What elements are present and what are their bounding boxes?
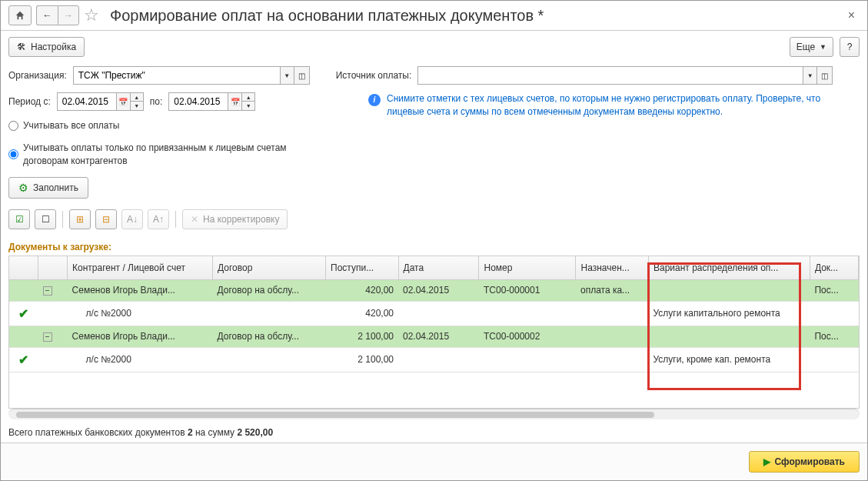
period-to-input[interactable]: 📅 ▲▼ [168, 92, 255, 111]
more-button[interactable]: Еще ▼ [790, 37, 833, 57]
check-all-button[interactable]: ☑ [8, 209, 30, 229]
home-button[interactable] [8, 5, 32, 25]
sort-desc-icon: A↑ [153, 214, 164, 225]
expand-icon: ◫ [298, 72, 305, 80]
favorite-star-icon[interactable]: ☆ [84, 5, 99, 25]
col-tree[interactable] [38, 256, 68, 280]
table-row[interactable]: − Семенов Игорь Влади... Договор на обсл… [9, 326, 859, 347]
uncheck-all-button[interactable]: ☐ [35, 209, 56, 229]
back-button[interactable]: ← [36, 5, 58, 25]
period-to-label: по: [150, 96, 163, 107]
col-contract[interactable]: Договор [213, 256, 326, 280]
expand-tree-button[interactable]: ⊞ [69, 209, 91, 229]
spin-up[interactable]: ▲ [242, 93, 254, 102]
col-purpose[interactable]: Назначен... [576, 256, 648, 280]
org-input[interactable] [73, 66, 281, 85]
summary-text: Всего платежных банковских документов 2 … [1, 423, 867, 443]
section-label: Документы к загрузке: [8, 242, 860, 252]
info-icon: i [368, 94, 381, 106]
info-text: Снимите отметки с тех лицевых счетов, по… [387, 92, 860, 119]
org-dropdown[interactable]: ▼ [281, 66, 294, 85]
org-open-button[interactable]: ◫ [294, 66, 310, 85]
data-table: Контрагент / Лицевой счет Договор Поступ… [8, 256, 860, 409]
x-icon: ✕ [191, 214, 198, 225]
chevron-down-icon: ▼ [820, 43, 826, 51]
tree-collapse-icon: ⊟ [102, 214, 110, 225]
radio-all-payments[interactable]: Учитывать все оплаты [8, 120, 347, 131]
col-doc[interactable]: Док... [810, 256, 858, 280]
chevron-down-icon: ▼ [807, 72, 813, 79]
info-box: i Снимите отметки с тех лицевых счетов, … [368, 92, 860, 119]
help-label: ? [847, 42, 853, 52]
col-amount[interactable]: Поступи... [326, 256, 398, 280]
col-check[interactable] [9, 256, 38, 280]
sort-asc-icon: A↓ [127, 214, 138, 225]
play-icon: ▶ [763, 456, 770, 467]
table-toolbar: ☑ ☐ ⊞ ⊟ A↓ A↑ ✕ На корректировку [8, 209, 860, 229]
page-title: Формирование оплат на основании платежны… [110, 7, 839, 25]
collapse-tree-button[interactable]: ⊟ [95, 209, 117, 229]
source-combo[interactable]: ▼ ◫ [417, 66, 833, 85]
generate-button[interactable]: ▶ Сформировать [749, 451, 860, 473]
gear-icon: ⚙ [18, 182, 28, 194]
table-row[interactable]: ✔ л/с №2000 420,00 Услуги капитального р… [9, 301, 859, 326]
help-button[interactable]: ? [840, 37, 860, 57]
col-counterparty[interactable]: Контрагент / Лицевой счет [68, 256, 213, 280]
toolbar: 🛠 Настройка Еще ▼ ? [1, 31, 867, 63]
expand-icon: ◫ [821, 72, 828, 80]
org-label: Организация: [8, 66, 67, 81]
arrow-left-icon: ← [43, 10, 52, 21]
period-from-label: Период с: [8, 96, 51, 107]
generate-label: Сформировать [775, 456, 845, 467]
col-number[interactable]: Номер [479, 256, 576, 280]
source-dropdown[interactable]: ▼ [803, 66, 817, 85]
tree-collapse-icon[interactable]: − [43, 286, 52, 296]
titlebar: ← → ☆ Формирование оплат на основании пл… [1, 1, 867, 31]
calendar-icon[interactable]: 📅 [228, 92, 242, 111]
fill-label: Заполнить [33, 182, 78, 193]
bottom-bar: ▶ Сформировать [1, 443, 867, 480]
home-icon [15, 10, 25, 21]
uncheck-icon: ☐ [42, 214, 50, 225]
checkbox-checked-icon[interactable]: ✔ [18, 307, 28, 320]
tree-expand-icon: ⊞ [76, 214, 84, 225]
sort-desc-button: A↑ [148, 209, 169, 229]
fill-button[interactable]: ⚙ Заполнить [8, 177, 88, 199]
source-label: Источник оплаты: [336, 66, 412, 81]
checkbox-checked-icon[interactable]: ✔ [18, 353, 28, 366]
table-row[interactable]: ✔ л/с №2000 2 100,00 Услуги, кроме кап. … [9, 347, 859, 372]
arrow-right-icon: → [64, 10, 73, 21]
col-date[interactable]: Дата [398, 256, 479, 280]
period-from-input[interactable]: 📅 ▲▼ [57, 92, 144, 111]
horizontal-scrollbar[interactable] [8, 409, 860, 419]
tree-collapse-icon[interactable]: − [43, 332, 52, 342]
scrollbar-thumb[interactable] [16, 412, 654, 418]
spin-down[interactable]: ▼ [131, 102, 143, 110]
spin-up[interactable]: ▲ [131, 93, 143, 102]
spin-down[interactable]: ▼ [242, 102, 254, 110]
correction-label: На корректировку [203, 214, 279, 225]
source-open-button[interactable]: ◫ [817, 66, 833, 85]
settings-button[interactable]: 🛠 Настройка [8, 37, 85, 57]
table-row[interactable]: − Семенов Игорь Влади... Договор на обсл… [9, 279, 859, 301]
radio-linked-payments[interactable]: Учитывать оплаты только по привязанным к… [8, 142, 316, 168]
sort-asc-button: A↓ [121, 209, 143, 229]
forward-button[interactable]: → [58, 5, 79, 25]
settings-label: Настройка [31, 42, 76, 52]
chevron-down-icon: ▼ [284, 72, 290, 79]
correction-button: ✕ На корректировку [182, 209, 288, 229]
close-button[interactable]: × [843, 8, 860, 22]
col-distribution[interactable]: Вариант распределения оп... [648, 256, 810, 280]
org-combo[interactable]: ▼ ◫ [73, 66, 310, 85]
check-icon: ☑ [15, 214, 24, 225]
source-input[interactable] [417, 66, 803, 85]
calendar-icon[interactable]: 📅 [117, 92, 131, 111]
more-label: Еще [796, 42, 815, 52]
wrench-icon: 🛠 [17, 42, 26, 52]
